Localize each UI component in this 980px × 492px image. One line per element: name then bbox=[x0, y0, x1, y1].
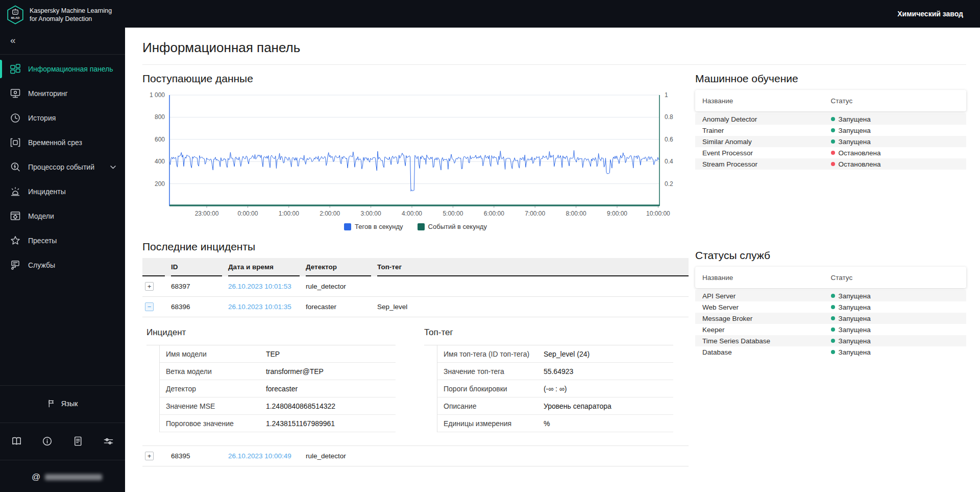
sidebar-item-event-processor[interactable]: Процессор событий bbox=[0, 155, 125, 179]
service-status-row: API Server Запущена bbox=[695, 290, 966, 301]
collapse-row-button[interactable]: − bbox=[145, 302, 154, 311]
service-statuses-title: Статусы служб bbox=[695, 249, 966, 262]
user-account-row: @ bbox=[0, 462, 125, 492]
info-icon[interactable] bbox=[42, 436, 53, 447]
sidebar-item-presets[interactable]: Пресеты bbox=[0, 228, 125, 253]
svg-text:0.2: 0.2 bbox=[665, 180, 673, 188]
incident-date-link[interactable]: 26.10.2023 10:01:53 bbox=[228, 283, 300, 290]
detail-field-row: Описание Уровень сепаратора bbox=[437, 397, 673, 415]
ml-table: Название Статус Anomaly Detector Запущен… bbox=[695, 90, 966, 170]
sidebar-item-monitoring[interactable]: Мониторинг bbox=[0, 81, 125, 106]
status-badge: Остановлена bbox=[839, 149, 881, 157]
sidebar-collapse-button[interactable]: « bbox=[0, 28, 26, 51]
sidebar-item-timeslice[interactable]: Временной срез bbox=[0, 130, 125, 155]
sidebar-nav: Информационная панель Мониторинг История bbox=[0, 57, 125, 277]
status-badge: Запущена bbox=[839, 315, 871, 322]
svg-text:2:00:00: 2:00:00 bbox=[320, 210, 340, 217]
ml-service-row: Similar Anomaly Запущена bbox=[695, 136, 966, 147]
sidebar-item-history[interactable]: История bbox=[0, 106, 125, 130]
svg-text:4:00:00: 4:00:00 bbox=[402, 210, 422, 217]
svg-text:1: 1 bbox=[665, 91, 668, 99]
language-button[interactable]: Язык bbox=[0, 388, 125, 419]
status-dot bbox=[831, 151, 835, 155]
expand-column-header bbox=[142, 258, 165, 276]
toptag-detail-section: Топ-тег Имя топ-тега (ID топ-тега) Sep_l… bbox=[424, 327, 673, 432]
incidents-table-header: ID Дата и время Детектор Топ-тег bbox=[142, 258, 689, 276]
sidebar: MLAD Kaspersky Machine Learning for Anom… bbox=[0, 0, 125, 492]
ml-service-row: Trainer Запущена bbox=[695, 125, 966, 136]
incoming-data-chart: 1 00018000.86000.64000.42000.223:00:000:… bbox=[142, 90, 689, 219]
timeslice-icon bbox=[10, 137, 21, 148]
status-dot bbox=[831, 294, 835, 298]
status-dot bbox=[831, 316, 835, 320]
status-dot bbox=[831, 339, 835, 343]
legend-item-events[interactable]: Событий в секунду bbox=[418, 223, 487, 230]
ml-table-header: Название Статус bbox=[695, 90, 966, 111]
sidebar-footer: Язык bbox=[0, 382, 125, 492]
svg-text:23:00:00: 23:00:00 bbox=[195, 210, 219, 217]
detail-field-row: Имя топ-тега (ID топ-тега) Sep_level (24… bbox=[437, 345, 673, 363]
active-indicator bbox=[0, 60, 2, 78]
status-badge: Запущена bbox=[839, 292, 871, 300]
settings-sliders-icon[interactable] bbox=[103, 436, 114, 447]
status-badge: Запущена bbox=[839, 303, 871, 311]
user-email-masked bbox=[45, 474, 102, 480]
incoming-data-title: Поступающие данные bbox=[142, 73, 689, 85]
sidebar-item-dashboard[interactable]: Информационная панель bbox=[0, 57, 125, 81]
expand-row-button[interactable]: + bbox=[145, 452, 154, 460]
status-dot bbox=[831, 162, 835, 166]
status-badge: Запущена bbox=[839, 138, 871, 146]
detail-field-row: Значение топ-тега 55.64923 bbox=[437, 363, 673, 380]
incident-date-link[interactable]: 26.10.2023 10:00:49 bbox=[228, 452, 300, 460]
sidebar-divider bbox=[0, 54, 125, 55]
presets-icon bbox=[10, 235, 21, 246]
license-icon[interactable] bbox=[72, 436, 83, 447]
svg-text:0.4: 0.4 bbox=[665, 158, 673, 165]
status-dot bbox=[831, 139, 835, 144]
status-badge: Запущена bbox=[839, 127, 871, 134]
service-status-row: Time Series Database Запущена bbox=[695, 335, 966, 346]
svg-text:MLAD: MLAD bbox=[11, 16, 20, 19]
incident-row[interactable]: − 68396 26.10.2023 10:01:35 forecaster S… bbox=[142, 297, 689, 317]
svg-text:200: 200 bbox=[155, 180, 165, 188]
service-status-row: Message Broker Запущена bbox=[695, 313, 966, 324]
status-dot bbox=[831, 305, 835, 309]
incident-date-link[interactable]: 26.10.2023 10:01:35 bbox=[228, 303, 300, 311]
incident-row[interactable]: + 68397 26.10.2023 10:01:53 rule_detecto… bbox=[142, 276, 689, 297]
detail-field-row: Детектор forecaster bbox=[160, 380, 396, 397]
status-badge: Запущена bbox=[839, 348, 871, 356]
chart-legend: Тегов в секунду Событий в секунду bbox=[142, 223, 689, 230]
sidebar-item-incidents[interactable]: Инциденты bbox=[0, 179, 125, 204]
legend-item-tags[interactable]: Тегов в секунду bbox=[344, 223, 403, 230]
svg-text:10:00:00: 10:00:00 bbox=[646, 210, 670, 217]
incident-row[interactable]: + 68395 26.10.2023 10:00:49 rule_detecto… bbox=[142, 446, 689, 466]
ml-service-row: Anomaly Detector Запущена bbox=[695, 113, 966, 125]
models-icon bbox=[10, 210, 21, 222]
svg-text:6:00:00: 6:00:00 bbox=[484, 210, 504, 217]
tags-series-swatch bbox=[344, 223, 351, 230]
status-badge: Запущена bbox=[839, 326, 871, 334]
status-dot bbox=[831, 128, 835, 132]
ml-service-row: Event Processor Остановлена bbox=[695, 147, 966, 158]
svg-text:600: 600 bbox=[155, 136, 165, 143]
incidents-icon bbox=[10, 186, 21, 197]
guide-book-icon[interactable] bbox=[11, 436, 22, 447]
sidebar-divider bbox=[0, 423, 125, 423]
app-logo-row: MLAD Kaspersky Machine Learning for Anom… bbox=[0, 0, 125, 28]
mlad-logo-icon: MLAD bbox=[6, 5, 24, 25]
event-processor-icon bbox=[10, 161, 21, 173]
svg-text:1:00:00: 1:00:00 bbox=[279, 210, 299, 217]
status-dot bbox=[831, 350, 835, 354]
sidebar-divider bbox=[0, 385, 125, 386]
incident-detail-section: Инцидент Имя модели TEP Ветка модели tra… bbox=[146, 327, 396, 432]
top-bar: Химический завод bbox=[0, 0, 980, 28]
detail-field-row: Единицы измерения % bbox=[437, 415, 673, 432]
page-title: Информационная панель bbox=[142, 40, 966, 56]
svg-text:1 000: 1 000 bbox=[150, 91, 165, 99]
ml-title: Машинное обучение bbox=[695, 73, 966, 85]
sidebar-item-models[interactable]: Модели bbox=[0, 204, 125, 228]
sidebar-item-services[interactable]: Службы bbox=[0, 253, 125, 277]
svg-text:9:00:00: 9:00:00 bbox=[607, 210, 627, 217]
dashboard-icon bbox=[10, 63, 21, 75]
expand-row-button[interactable]: + bbox=[145, 282, 154, 291]
